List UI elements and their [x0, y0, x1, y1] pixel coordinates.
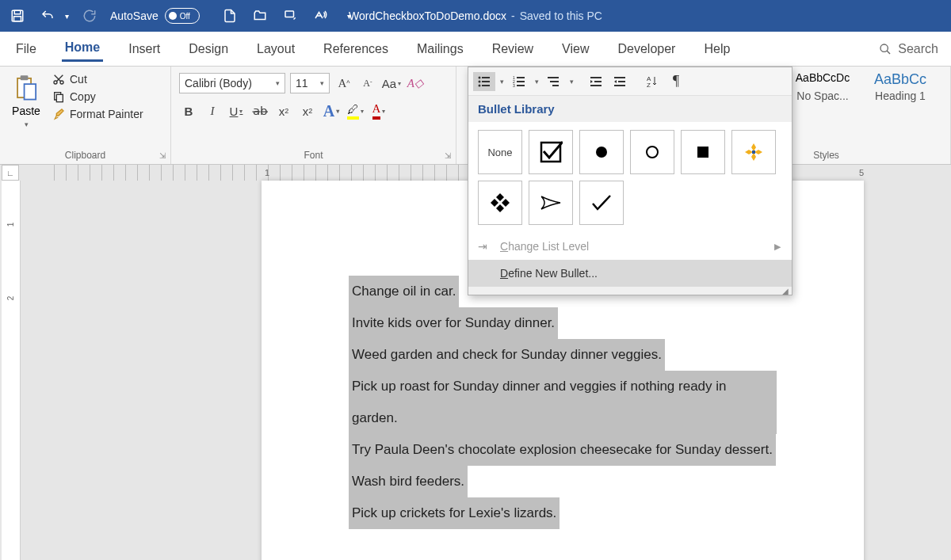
v-ruler-2: 2: [6, 296, 15, 301]
tab-developer[interactable]: Developer: [614, 37, 678, 61]
bold-button[interactable]: B: [179, 101, 198, 120]
tab-insert[interactable]: Insert: [125, 37, 163, 61]
title-bar: ▾ AutoSave Off ▾ WordCheckboxToDoDemo.do…: [0, 0, 951, 32]
svg-text:3: 3: [513, 83, 515, 87]
tab-references[interactable]: References: [320, 37, 391, 61]
open-icon[interactable]: [250, 6, 269, 25]
format-painter-button[interactable]: Format Painter: [52, 108, 143, 120]
bullet-check-icon[interactable]: [579, 181, 624, 225]
show-marks-button[interactable]: ¶: [665, 72, 687, 91]
grow-font-button[interactable]: A^: [334, 74, 353, 93]
new-doc-icon[interactable]: [220, 6, 239, 25]
doc-line-7[interactable]: Pick up crickets for Lexie's lizards.: [349, 497, 560, 529]
paste-button[interactable]: Paste ▾: [6, 71, 46, 142]
change-level-label: Change List Level: [500, 240, 589, 253]
doc-line-1[interactable]: Change oil in car.: [349, 276, 459, 307]
underline-button[interactable]: U: [227, 101, 246, 120]
tab-mailings[interactable]: Mailings: [414, 37, 467, 61]
autosave-state: Off: [180, 12, 190, 21]
save-icon[interactable]: [8, 6, 27, 25]
paste-dropdown-icon[interactable]: ▾: [25, 120, 29, 128]
clipboard-launcher-icon[interactable]: ⇲: [159, 151, 166, 160]
undo-button[interactable]: [38, 6, 57, 25]
doc-line-4[interactable]: Pick up roast for Sunday dinner and vegg…: [349, 371, 777, 434]
font-size-combo[interactable]: 11▾: [290, 73, 330, 93]
change-case-button[interactable]: Aa: [382, 74, 401, 93]
svg-rect-18: [517, 77, 525, 78]
svg-rect-25: [552, 85, 559, 86]
numbering-dropdown-icon[interactable]: ▾: [532, 72, 541, 91]
bullet-none[interactable]: None: [478, 130, 522, 174]
svg-rect-3: [285, 11, 294, 17]
paste-label: Paste: [12, 105, 40, 117]
doc-line-5[interactable]: Try Paula Deen's chocolate explosion che…: [349, 434, 776, 466]
paste-icon: [13, 74, 40, 101]
search-label: Search: [898, 42, 938, 56]
svg-rect-27: [594, 81, 602, 82]
tab-design[interactable]: Design: [185, 37, 231, 61]
horizontal-ruler[interactable]: 1 5: [257, 165, 476, 181]
svg-rect-16: [482, 85, 490, 86]
bullet-square-icon[interactable]: [681, 130, 725, 174]
undo-dropdown-icon[interactable]: ▾: [65, 12, 69, 21]
tab-home[interactable]: Home: [62, 36, 103, 62]
style-nospace-label[interactable]: No Spac...: [786, 90, 859, 102]
vertical-ruler[interactable]: 1 2: [2, 181, 21, 560]
font-name-value: Calibri (Body): [185, 77, 252, 90]
read-aloud-icon[interactable]: [311, 6, 330, 25]
bullet-diamonds-icon[interactable]: [478, 181, 522, 225]
strikethrough-button[interactable]: a̶b̶: [250, 101, 269, 120]
doc-line-3[interactable]: Weed garden and check for Sunday dinner …: [349, 339, 665, 371]
bullet-circle-icon[interactable]: [630, 130, 674, 174]
multilevel-dropdown-icon[interactable]: ▾: [567, 72, 576, 91]
document-content[interactable]: Change oil in car. Invite kids over for …: [349, 276, 777, 529]
redo-button[interactable]: [80, 6, 99, 25]
svg-point-35: [596, 147, 607, 158]
decrease-indent-button[interactable]: [586, 72, 608, 91]
svg-rect-20: [517, 81, 525, 82]
bullets-button[interactable]: [473, 72, 495, 91]
autosave-switch[interactable]: Off: [165, 8, 200, 24]
numbering-button[interactable]: 123: [508, 72, 530, 91]
italic-button[interactable]: I: [203, 101, 222, 120]
tab-file[interactable]: File: [13, 37, 40, 61]
text-effects-button[interactable]: A: [322, 101, 341, 120]
doc-line-2[interactable]: Invite kids over for Sunday dinner.: [349, 307, 558, 339]
bullet-disc-icon[interactable]: [579, 130, 624, 174]
clear-formatting-button[interactable]: A◇: [406, 74, 425, 93]
sort-button[interactable]: AZ: [641, 72, 663, 91]
tab-help[interactable]: Help: [701, 37, 733, 61]
font-color-button[interactable]: A: [369, 101, 388, 120]
define-new-bullet-item[interactable]: Define New Bullet...: [468, 260, 792, 287]
cut-button[interactable]: Cut: [52, 73, 143, 86]
toggle-knob: [169, 12, 177, 20]
bullet-4diamond-icon[interactable]: [731, 130, 776, 174]
font-launcher-icon[interactable]: ⇲: [445, 151, 451, 160]
tab-selector-button[interactable]: ∟: [2, 165, 19, 181]
svg-point-4: [880, 44, 888, 51]
tab-view[interactable]: View: [559, 37, 592, 61]
touch-mode-icon[interactable]: [281, 6, 300, 25]
bullet-arrow-icon[interactable]: [529, 181, 573, 225]
bullet-checkbox-icon[interactable]: [529, 130, 573, 174]
style-heading1-label[interactable]: Heading 1: [864, 90, 937, 102]
search-box[interactable]: Search: [879, 42, 938, 56]
font-group-text: Font: [304, 150, 323, 161]
shrink-font-button[interactable]: Aˇ: [358, 74, 377, 93]
resize-grip-icon[interactable]: ◢: [468, 287, 792, 295]
increase-indent-button[interactable]: [609, 72, 632, 91]
font-name-combo[interactable]: Calibri (Body)▾: [179, 73, 285, 93]
highlight-button[interactable]: 🖊: [346, 101, 365, 120]
tab-layout[interactable]: Layout: [254, 37, 298, 61]
doc-line-6[interactable]: Wash bird feeders.: [349, 466, 468, 497]
tab-review[interactable]: Review: [489, 37, 537, 61]
superscript-button[interactable]: x2: [298, 101, 317, 120]
search-icon: [879, 43, 892, 55]
autosave-toggle[interactable]: AutoSave Off: [110, 8, 200, 24]
multilevel-list-button[interactable]: [543, 72, 565, 91]
doc-filename: WordCheckboxToDoDemo.docx: [349, 10, 506, 22]
copy-button[interactable]: Copy: [52, 90, 143, 103]
subscript-button[interactable]: x2: [274, 101, 293, 120]
bullets-dropdown-icon[interactable]: ▾: [497, 72, 506, 91]
copy-icon: [52, 90, 65, 103]
